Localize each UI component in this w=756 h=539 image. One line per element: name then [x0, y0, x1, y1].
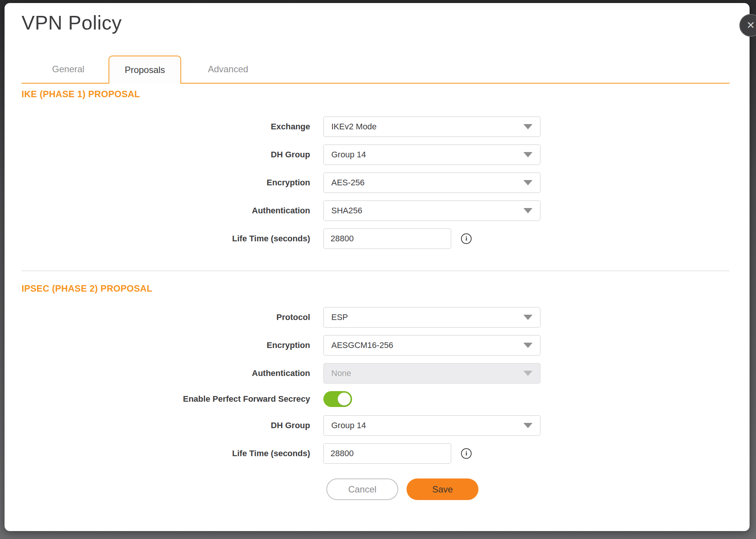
ipsec-encryption-value: AESGCM16-256 — [331, 340, 393, 350]
section-ipsec-phase2: IPSEC (PHASE 2) PROPOSAL Protocol ESP En… — [22, 270, 730, 464]
ipsec-life-time-input[interactable] — [323, 443, 451, 464]
field-label: Life Time (seconds) — [22, 234, 310, 244]
tab-advanced[interactable]: Advanced — [188, 56, 268, 83]
row-ike-authentication: Authentication SHA256 — [22, 200, 730, 221]
save-button[interactable]: Save — [407, 478, 478, 500]
section-ike-phase1: IKE (PHASE 1) PROPOSAL Exchange IKEv2 Mo… — [22, 89, 730, 249]
ike-encryption-dropdown[interactable]: AES-256 — [323, 172, 540, 193]
row-ipsec-encryption: Encryption AESGCM16-256 — [22, 335, 730, 356]
tab-general-label: General — [52, 64, 84, 75]
tab-proposals-label: Proposals — [125, 65, 165, 75]
ike-dh-group-value: Group 14 — [331, 150, 366, 160]
footer-actions: Cancel Save — [326, 478, 730, 500]
tab-proposals[interactable]: Proposals — [109, 56, 181, 84]
ike-life-time-input[interactable] — [323, 228, 451, 249]
row-ipsec-life-time: Life Time (seconds) i — [22, 443, 730, 464]
chevron-down-icon — [523, 423, 532, 428]
row-ike-dh-group: DH Group Group 14 — [22, 144, 730, 165]
vpn-policy-dialog: VPN Policy General Proposals Advanced IK… — [5, 3, 750, 531]
ike-encryption-value: AES-256 — [331, 178, 365, 188]
row-ipsec-pfs: Enable Perfect Forward Secrecy — [22, 391, 730, 407]
chevron-down-icon — [523, 371, 532, 376]
row-ike-exchange: Exchange IKEv2 Mode — [22, 116, 730, 137]
ipsec-protocol-dropdown[interactable]: ESP — [323, 307, 540, 328]
section-heading-ike: IKE (PHASE 1) PROPOSAL — [22, 89, 730, 99]
ipsec-protocol-value: ESP — [331, 312, 348, 322]
ike-dh-group-dropdown[interactable]: Group 14 — [323, 144, 540, 165]
chevron-down-icon — [523, 315, 532, 320]
field-label: DH Group — [22, 421, 310, 430]
field-label: DH Group — [22, 150, 310, 160]
ipsec-dh-group-dropdown[interactable]: Group 14 — [323, 415, 540, 436]
toggle-knob — [338, 393, 351, 405]
ipsec-encryption-dropdown[interactable]: AESGCM16-256 — [323, 335, 540, 356]
row-ipsec-dh-group: DH Group Group 14 — [22, 415, 730, 436]
ike-exchange-value: IKEv2 Mode — [331, 122, 377, 132]
field-label: Authentication — [22, 368, 310, 378]
tab-general[interactable]: General — [35, 56, 101, 83]
field-label: Encryption — [22, 178, 310, 188]
close-icon: ✕ — [747, 20, 755, 31]
ipsec-authentication-value: None — [331, 368, 351, 378]
row-ipsec-protocol: Protocol ESP — [22, 307, 730, 328]
section-heading-ipsec: IPSEC (PHASE 2) PROPOSAL — [22, 283, 730, 294]
row-ike-encryption: Encryption AES-256 — [22, 172, 730, 193]
field-label: Authentication — [22, 206, 310, 216]
chevron-down-icon — [523, 180, 532, 185]
cancel-button[interactable]: Cancel — [326, 478, 398, 500]
page-title: VPN Policy — [22, 11, 730, 34]
field-label: Enable Perfect Forward Secrecy — [22, 394, 310, 404]
info-icon[interactable]: i — [461, 448, 472, 459]
tab-advanced-label: Advanced — [208, 64, 248, 75]
chevron-down-icon — [523, 124, 532, 129]
row-ipsec-authentication: Authentication None — [22, 363, 730, 384]
ike-exchange-dropdown[interactable]: IKEv2 Mode — [323, 116, 540, 137]
chevron-down-icon — [523, 208, 532, 213]
ike-authentication-value: SHA256 — [331, 206, 362, 216]
row-ike-life-time: Life Time (seconds) i — [22, 228, 730, 249]
field-label: Encryption — [22, 340, 310, 350]
field-label: Life Time (seconds) — [22, 449, 310, 458]
perfect-forward-secrecy-toggle[interactable] — [323, 391, 352, 407]
field-label: Exchange — [22, 122, 310, 132]
chevron-down-icon — [523, 152, 532, 157]
chevron-down-icon — [523, 343, 532, 348]
ipsec-dh-group-value: Group 14 — [331, 421, 366, 430]
ipsec-authentication-dropdown: None — [323, 363, 540, 384]
field-label: Protocol — [22, 312, 310, 322]
info-icon[interactable]: i — [461, 233, 472, 244]
tab-bar: General Proposals Advanced — [22, 55, 730, 84]
ike-authentication-dropdown[interactable]: SHA256 — [323, 200, 540, 221]
